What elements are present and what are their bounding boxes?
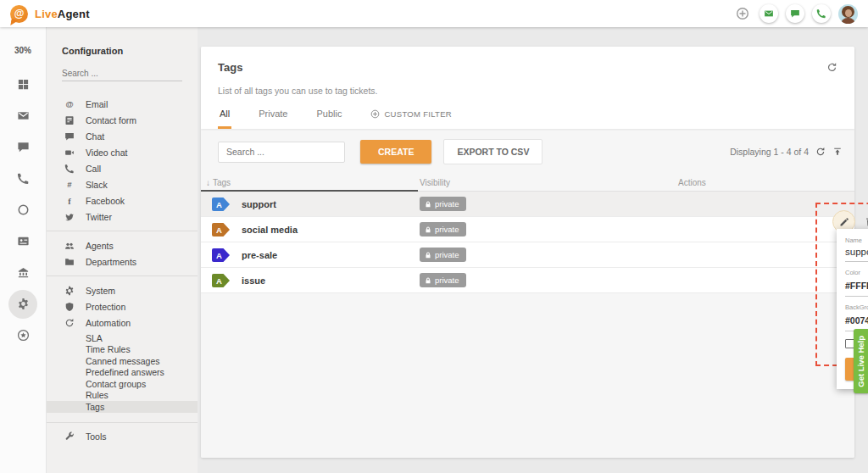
pencil-icon: [839, 217, 849, 227]
user-avatar[interactable]: [838, 4, 858, 24]
delete-tag-button[interactable]: [865, 216, 868, 227]
column-tags[interactable]: ↓Tags: [206, 178, 420, 187]
sidebar-subitem-tags[interactable]: Tags: [47, 401, 198, 413]
export-csv-button[interactable]: EXPORT TO CSV: [443, 139, 542, 164]
sidebar-item-label: Email: [86, 99, 108, 109]
card-header: Tags List of all tags you can use to tag…: [201, 47, 854, 129]
rail-item-history[interactable]: [8, 196, 37, 225]
star-circle-icon: [17, 329, 30, 342]
at-icon: [64, 99, 75, 109]
tab-all[interactable]: All: [218, 109, 231, 129]
history-icon: [17, 203, 30, 216]
lock-icon: [425, 201, 431, 208]
svg-text:A: A: [216, 250, 222, 259]
top-bar: @ LiveAgent: [0, 0, 868, 27]
table-row[interactable]: A support private: [201, 192, 854, 217]
sidebar-item-label: Tools: [86, 431, 107, 442]
rail-item-call[interactable]: [8, 164, 37, 193]
sidebar-item-email[interactable]: Email: [47, 96, 198, 112]
sidebar-subitem-sla[interactable]: SLA: [47, 332, 198, 344]
rail-item-contacts[interactable]: [8, 227, 37, 256]
phone-icon: [64, 164, 75, 174]
tag-icon: A: [211, 197, 231, 212]
rail-item-settings[interactable]: [8, 290, 37, 319]
phone-icon: [17, 172, 30, 185]
tab-private[interactable]: Private: [257, 109, 289, 129]
table-empty-space: [201, 293, 854, 458]
svg-text:A: A: [216, 199, 222, 209]
call-status-button[interactable]: [812, 4, 831, 23]
folder-icon: [64, 257, 75, 267]
refresh-icon: [826, 62, 837, 73]
sidebar-subitem-predefined-answers[interactable]: Predefined answers: [47, 367, 198, 379]
sidebar-item-contact-form[interactable]: Contact form: [47, 112, 198, 128]
sidebar-item-chat[interactable]: Chat: [47, 128, 198, 144]
sidebar-item-protection[interactable]: Protection: [47, 298, 198, 314]
form-icon: [64, 115, 75, 125]
table-row[interactable]: A social media private: [201, 217, 854, 242]
rail-item-dashboard[interactable]: [8, 70, 37, 99]
sidebar-subitem-rules[interactable]: Rules: [47, 390, 198, 402]
refresh-icon[interactable]: [815, 147, 826, 157]
dashboard-icon: [17, 78, 30, 91]
sidebar-item-label: Protection: [86, 302, 125, 312]
sidebar-item-slack[interactable]: Slack: [47, 176, 198, 192]
logo-bubble-icon: @: [10, 5, 28, 23]
tab-public[interactable]: Public: [314, 109, 343, 129]
sidebar-item-system[interactable]: System: [47, 282, 198, 298]
tab-custom-filter[interactable]: CUSTOM FILTER: [369, 109, 453, 129]
page-title: Tags: [218, 61, 242, 74]
sidebar-item-agents[interactable]: Agents: [47, 237, 198, 253]
background-color-field[interactable]: #0074D7: [845, 315, 868, 326]
tag-name: social media: [242, 225, 298, 235]
rail-item-email[interactable]: [8, 102, 37, 131]
add-new-button[interactable]: [733, 4, 752, 23]
gear-icon: [17, 298, 30, 310]
email-icon: [764, 8, 774, 19]
usage-percent: 30%: [14, 46, 31, 55]
sidebar-item-automation[interactable]: Automation: [47, 314, 198, 331]
sidebar-item-label: Call: [86, 164, 101, 174]
gear-icon: [64, 286, 75, 296]
sidebar-item-label: Departments: [86, 257, 136, 267]
sidebar-item-label: Contact form: [86, 115, 136, 125]
rail-item-upgrade[interactable]: [8, 321, 37, 350]
color-field[interactable]: #FFFFFF: [845, 281, 868, 291]
email-status-button[interactable]: [760, 4, 778, 23]
sidebar-item-call[interactable]: Call: [47, 160, 198, 176]
sidebar-item-facebook[interactable]: Facebook: [47, 192, 198, 209]
sidebar-item-twitter[interactable]: Twitter: [47, 209, 198, 225]
contact-card-icon: [17, 235, 30, 248]
app-body: 30% Configuration EmailContact formChatV…: [0, 27, 868, 473]
create-button[interactable]: CREATE: [360, 140, 431, 164]
sort-underline: [201, 190, 418, 192]
search-input[interactable]: [218, 142, 345, 163]
sidebar-subitem-canned-messages[interactable]: Canned messages: [47, 355, 198, 367]
table-row[interactable]: A pre-sale private: [201, 242, 854, 268]
refresh-icon: [64, 318, 75, 328]
sidebar-item-tools[interactable]: Tools: [47, 429, 198, 445]
sidebar-subitem-time-rules[interactable]: Time Rules: [47, 344, 198, 356]
rail-item-chat[interactable]: [8, 133, 37, 162]
sidebar-title: Configuration: [62, 46, 198, 56]
topbar-actions: [733, 4, 858, 24]
sidebar-item-departments[interactable]: Departments: [47, 253, 198, 270]
refresh-button[interactable]: [826, 61, 837, 76]
scroll-top-icon[interactable]: [832, 147, 843, 157]
sidebar-search-input[interactable]: [62, 66, 182, 81]
sidebar-item-video-chat[interactable]: Video chat: [47, 144, 198, 160]
brand-text: LiveAgent: [35, 8, 90, 20]
liveagent-logo[interactable]: @ LiveAgent: [10, 5, 90, 23]
name-field[interactable]: support: [845, 247, 868, 262]
column-visibility[interactable]: Visibility: [420, 178, 678, 187]
rail-item-billing[interactable]: [8, 259, 37, 287]
email-icon: [17, 109, 30, 122]
table-row[interactable]: A issue private: [201, 268, 854, 293]
get-live-help-tab[interactable]: Get Live Help: [854, 329, 868, 393]
sidebar-subitem-contact-groups[interactable]: Contact groups: [47, 378, 198, 390]
chat-status-button[interactable]: [786, 4, 804, 23]
sort-arrow-icon: ↓: [206, 178, 210, 187]
plus-circle-icon: [736, 7, 749, 20]
twitter-icon: [64, 212, 75, 222]
chat-icon: [64, 131, 75, 142]
